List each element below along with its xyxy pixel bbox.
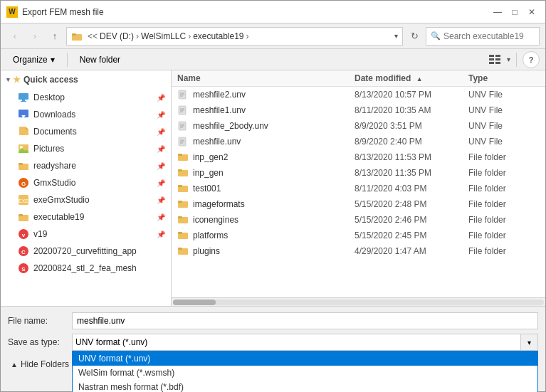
table-row[interactable]: imageformats 5/15/2020 2:48 PM File fold…: [172, 196, 545, 212]
file-icon-6: [177, 183, 189, 194]
dialog-window: W Export FEM mesh file — □ ✕ ‹ › ↑ << DE…: [0, 0, 546, 392]
breadcrumb-executable[interactable]: executable19: [193, 31, 243, 41]
sidebar-item-desktop[interactable]: Desktop 📌: [1, 89, 171, 106]
pin-icon: 📌: [157, 179, 165, 187]
horizontal-scrollbar[interactable]: [172, 297, 545, 306]
pin-icon: 📌: [157, 196, 165, 204]
dropdown-option-nastran[interactable]: Nastran mesh format (*.bdf): [73, 380, 537, 392]
file-type-4: File folder: [468, 152, 540, 162]
file-date-2: 8/9/2020 3:51 PM: [355, 121, 468, 131]
organize-button[interactable]: Organize ▾: [6, 51, 61, 68]
column-name[interactable]: Name: [177, 73, 355, 83]
new-folder-button[interactable]: New folder: [73, 51, 127, 68]
sidebar: ▾ ★ Quick access Desktop 📌 Downloads 📌 D…: [1, 70, 172, 306]
sidebar-item-downloads[interactable]: Downloads 📌: [1, 106, 171, 123]
table-row[interactable]: meshfile.unv 8/9/2020 2:40 PM UNV File: [172, 134, 545, 149]
table-row[interactable]: platforms 5/15/2020 2:45 PM File folder: [172, 228, 545, 243]
quick-access-expand[interactable]: ▾: [6, 76, 10, 83]
table-row[interactable]: meshfile1.unv 8/11/2020 10:35 AM UNV Fil…: [172, 102, 545, 118]
column-date[interactable]: Date modified ▲: [355, 73, 468, 83]
sidebar-label-executable19: executable19: [33, 212, 152, 222]
sidebar-items: Desktop 📌 Downloads 📌 Documents 📌 Pictur…: [1, 89, 171, 277]
view-button[interactable]: [485, 51, 504, 68]
pin-icon: 📌: [157, 128, 165, 136]
pin-icon: 📌: [157, 94, 165, 102]
sidebar-item-curve[interactable]: C 20200720_curvefitting_app: [1, 243, 171, 260]
table-row[interactable]: test001 8/11/2020 4:03 PM File folder: [172, 181, 545, 196]
sidebar-item-stl[interactable]: S 20200824_stl_2_fea_mesh: [1, 260, 171, 277]
help-button[interactable]: ?: [523, 51, 540, 68]
sidebar-label-readyshare: readyshare: [33, 161, 152, 171]
pin-icon: 📌: [157, 213, 165, 221]
sidebar-item-exegmxstudio[interactable]: EXE exeGmxStudio 📌: [1, 191, 171, 208]
toolbar-right: ▾ ?: [485, 51, 540, 68]
table-row[interactable]: meshfile_2body.unv 8/9/2020 3:51 PM UNV …: [172, 118, 545, 134]
sidebar-item-gmxstudio[interactable]: G GmxStudio 📌: [1, 174, 171, 191]
forward-button[interactable]: ›: [26, 28, 43, 45]
svg-rect-1: [72, 33, 76, 36]
filename-label: File name:: [8, 316, 72, 326]
file-icon-3: [177, 136, 189, 147]
sidebar-item-documents[interactable]: Documents 📌: [1, 123, 171, 140]
file-icon-5: [177, 167, 189, 179]
pin-icon: 📌: [157, 162, 165, 170]
table-row[interactable]: meshfile2.unv 8/13/2020 10:57 PM UNV Fil…: [172, 87, 545, 102]
table-row[interactable]: iconengines 5/15/2020 2:46 PM File folde…: [172, 212, 545, 228]
breadcrumb-sep-1: ›: [136, 31, 139, 41]
svg-text:S: S: [21, 266, 26, 272]
file-date-3: 8/9/2020 2:40 PM: [355, 137, 468, 147]
maximize-button[interactable]: □: [507, 4, 523, 20]
dropdown-option-welsim[interactable]: WelSim format (*.wsmsh): [73, 366, 537, 380]
sidebar-icon-gmxstudio: G: [18, 177, 29, 189]
hide-folders-button[interactable]: ▲ Hide Folders: [8, 358, 72, 371]
bottom-section: File name: Save as type: ▾ UNV format (*…: [1, 306, 545, 391]
table-row[interactable]: inp_gen 8/13/2020 11:35 PM File folder: [172, 165, 545, 181]
quick-access-header: ▾ ★ Quick access: [1, 70, 171, 89]
sidebar-icon-stl: S: [18, 263, 29, 274]
view-dropdown-arrow[interactable]: ▾: [507, 55, 510, 63]
sidebar-icon-readyshare: [18, 160, 29, 171]
back-button[interactable]: ‹: [6, 28, 23, 45]
breadcrumb-bar[interactable]: << DEV (D:) › WelSimLLC › executable19 ›…: [66, 27, 403, 46]
filename-input[interactable]: [72, 312, 538, 329]
pin-icon: 📌: [157, 145, 165, 153]
file-date-5: 8/13/2020 11:35 PM: [355, 168, 468, 178]
svg-rect-62: [178, 248, 182, 250]
search-input[interactable]: [443, 31, 535, 41]
table-row[interactable]: plugins 4/29/2020 1:47 AM File folder: [172, 243, 545, 259]
svg-rect-58: [178, 216, 182, 218]
svg-rect-54: [178, 185, 182, 187]
app-icon: W: [6, 6, 18, 18]
up-button[interactable]: ↑: [46, 28, 63, 45]
minimize-button[interactable]: —: [490, 4, 505, 20]
svg-rect-4: [489, 62, 494, 64]
saveastype-dropdown-arrow[interactable]: ▾: [521, 334, 538, 351]
hscroll-thumb[interactable]: [173, 300, 216, 305]
file-type-3: UNV File: [468, 137, 540, 147]
dropdown-option-unv[interactable]: UNV format (*.unv): [73, 351, 537, 366]
svg-rect-2: [489, 55, 494, 57]
close-button[interactable]: ✕: [524, 4, 540, 20]
breadcrumb-dropdown-arrow[interactable]: ▾: [394, 32, 398, 40]
sidebar-item-v19[interactable]: v v19 📌: [1, 226, 171, 243]
breadcrumb-sep-3: ›: [246, 31, 249, 41]
hscroll-track[interactable]: [173, 300, 544, 305]
file-date-8: 5/15/2020 2:46 PM: [355, 215, 468, 225]
sidebar-item-executable19[interactable]: executable19 📌: [1, 208, 171, 226]
sidebar-label-documents: Documents: [33, 127, 152, 137]
svg-rect-13: [19, 127, 26, 135]
sidebar-item-readyshare[interactable]: readyshare 📌: [1, 157, 171, 174]
sidebar-item-pictures[interactable]: Pictures 📌: [1, 140, 171, 157]
file-name-4: inp_gen2: [193, 152, 355, 162]
breadcrumb-dev[interactable]: DEV (D:): [100, 31, 134, 41]
refresh-button[interactable]: ↻: [406, 28, 423, 45]
file-type-7: File folder: [468, 199, 540, 209]
file-date-4: 8/13/2020 11:53 PM: [355, 152, 468, 162]
sidebar-label-pictures: Pictures: [33, 144, 152, 154]
table-row[interactable]: inp_gen2 8/13/2020 11:53 PM File folder: [172, 149, 545, 165]
saveastype-label: Save as type:: [8, 337, 72, 347]
breadcrumb-welsim[interactable]: WelSimLLC: [141, 31, 186, 41]
svg-rect-7: [495, 62, 500, 64]
column-type[interactable]: Type: [468, 73, 540, 83]
saveastype-input[interactable]: [72, 334, 521, 351]
